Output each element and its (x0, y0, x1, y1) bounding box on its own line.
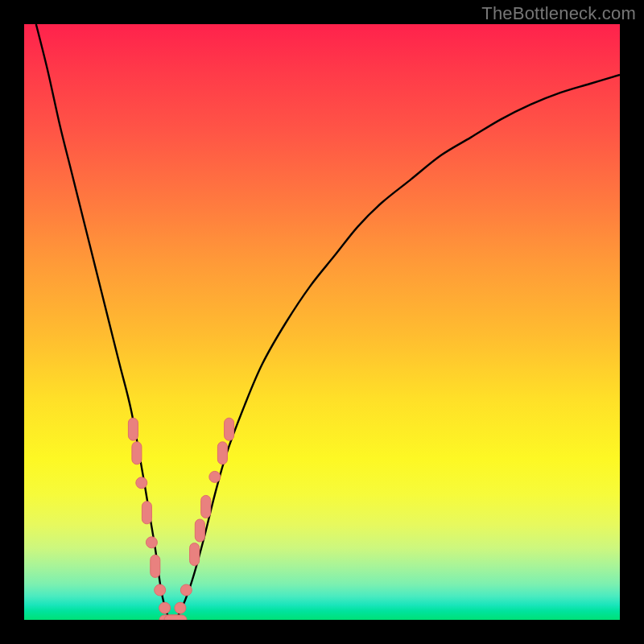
data-marker (225, 418, 234, 440)
data-marker (146, 537, 157, 548)
data-marker (155, 584, 166, 596)
data-marker (128, 418, 138, 440)
data-marker (201, 495, 211, 518)
data-marker (136, 477, 147, 489)
watermark-text: TheBottleneck.com (481, 3, 636, 24)
marker-group (128, 418, 233, 620)
data-marker (209, 471, 221, 482)
data-marker (175, 602, 186, 613)
data-marker (164, 615, 187, 620)
data-marker (132, 442, 142, 464)
data-marker (159, 602, 171, 613)
data-marker (180, 584, 192, 596)
plot-area (24, 24, 620, 620)
chart-stage: TheBottleneck.com (0, 0, 644, 644)
data-marker (190, 543, 200, 566)
data-marker (142, 502, 151, 524)
data-marker (195, 519, 204, 542)
data-marker (151, 555, 160, 577)
data-marker (217, 442, 227, 464)
chart-svg (24, 24, 620, 620)
bottleneck-curve (36, 24, 620, 620)
